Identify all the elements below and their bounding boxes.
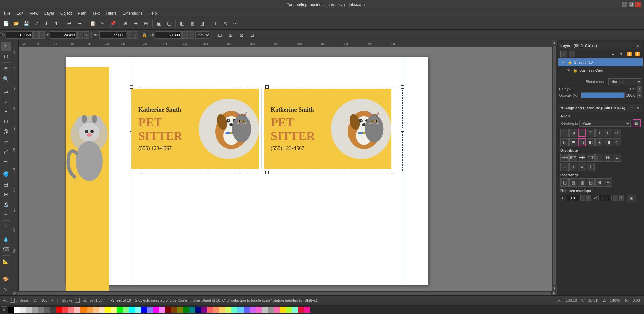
align-panel-controls[interactable]: □ ✕ [629,105,641,111]
scroll-thumb-h[interactable] [17,292,551,295]
w-dec[interactable]: − [127,31,132,39]
palette-color-11[interactable] [74,307,80,313]
y-input[interactable] [50,31,77,39]
palette-color-14[interactable] [93,307,99,313]
rearrange-6[interactable]: ⊟ [604,178,612,187]
export-button[interactable]: ⬆ [52,19,61,28]
menu-view[interactable]: View [27,10,41,16]
dist-bottom-edges[interactable]: ⊦⊦ [604,154,612,162]
scroll-left-button[interactable]: ◀ [12,291,17,296]
scroll-thumb-v[interactable] [553,46,556,285]
y-inc[interactable]: + [84,31,89,39]
w-input[interactable] [99,31,126,39]
import-button[interactable]: ⬇ [42,19,51,28]
fill-color-box[interactable]: ? [10,298,15,303]
align-center-v[interactable]: ⊥ [595,129,603,137]
palette-color-9[interactable] [62,307,68,313]
blur-inc-button[interactable]: + [637,86,642,92]
align-tr[interactable]: ◹ [578,138,586,146]
menu-path[interactable]: Path [75,10,89,16]
transform-btn4[interactable]: ⊟ [248,30,257,40]
copy-button[interactable]: 📋 [88,19,97,28]
palette-color-20[interactable] [129,307,135,313]
palette-color-10[interactable] [68,307,74,313]
align-right-tb[interactable]: ◨ [198,19,207,28]
new-button[interactable]: 📄 [1,19,11,28]
canvas-area[interactable]: -25 0 25 50 75 100 125 150 175 200 225 2… [12,40,552,291]
v-overlap-input[interactable] [598,195,612,201]
palette-color-32[interactable] [201,307,207,313]
pen-tool[interactable]: 🖊 [1,147,11,156]
palette-color-7[interactable] [50,307,56,313]
align-tl[interactable]: ◸ [560,138,569,146]
relative-to-select[interactable]: Page Selection First selected Last selec… [579,120,631,127]
zoom-fit-button[interactable]: ⊞ [141,19,151,28]
palette-color-22[interactable] [141,307,147,313]
select-tool[interactable]: ↖ [1,42,11,51]
palette-color-29[interactable] [183,307,189,313]
x-inc[interactable]: + [39,31,45,39]
calligraphy-tool[interactable]: ✒ [1,157,11,166]
cut-button[interactable]: ✂ [98,19,107,28]
mesh-tool[interactable]: ⊞ [1,190,11,199]
align-left-tb[interactable]: ◧ [177,19,187,28]
zoom-tool[interactable]: 🔍 [1,74,11,84]
connector-tool[interactable]: ↔ [1,210,11,219]
pencil-tool[interactable]: ✏ [1,137,11,146]
opacity-bar[interactable] [581,92,625,98]
palette-color-28[interactable] [177,307,183,313]
palette-color-45[interactable] [280,307,286,313]
palette-color-40[interactable] [250,307,256,313]
palette-color-2[interactable] [20,307,26,313]
handle-bm[interactable] [265,171,269,174]
handle-br[interactable] [401,171,404,174]
align-panel-close[interactable]: ✕ [635,105,641,111]
dist-left-edges[interactable]: ⊣⊣ [560,154,569,162]
palette-color-26[interactable] [165,307,171,313]
transform-btn3[interactable]: ⊠ [237,30,246,40]
group-button[interactable]: ▣ [154,19,164,28]
palette-color-27[interactable] [171,307,177,313]
redo-button[interactable]: ↪ [75,19,84,28]
w-inc[interactable]: + [133,31,138,39]
handle-tl[interactable] [130,85,133,89]
y-dec[interactable]: − [77,31,83,39]
print-button[interactable]: 🖨 [32,19,41,28]
palette-color-3[interactable] [26,307,32,313]
layer-eye-sheet[interactable]: 👁 [560,60,566,65]
lock-aspect-button[interactable]: 🔒 [140,30,149,40]
dist-centers-h[interactable]: ⊞⊞ [569,154,577,162]
business-card-2[interactable]: Katherine Smith PET SITTER (555) 123-456… [264,89,391,169]
undo-button[interactable]: ↩ [65,19,74,28]
rearrange-1[interactable]: ◫ [560,178,569,187]
ungroup-button[interactable]: ▢ [164,19,174,28]
palette-color-34[interactable] [213,307,219,313]
layer-indicator[interactable]: •Sheet of 10 [111,298,131,302]
dist-right-edges[interactable]: ⊢⊢ [578,154,586,162]
business-card-1[interactable]: Katherine Smith PET SITTER (555) 123-456… [131,89,259,169]
dist-centers-v[interactable]: ⊥⊥ [595,154,603,162]
opacity-dec-button[interactable]: − [637,93,642,98]
palette-color-31[interactable] [195,307,201,313]
spray-tool[interactable]: 💧 [1,234,11,244]
close-button[interactable]: ✕ [635,2,641,7]
transform-btn2[interactable]: ⊞ [226,30,235,40]
palette-color-16[interactable] [105,307,111,313]
maximize-button[interactable]: ❐ [629,2,634,7]
layer-up-button[interactable]: ▲ [610,51,616,57]
layers-panel-buttons[interactable]: □ ✕ [629,43,641,48]
palette-color-36[interactable] [225,307,231,313]
palette-color-33[interactable] [207,307,213,313]
align-tc[interactable]: ⬒ [569,138,577,146]
palette-color-44[interactable] [274,307,280,313]
palette-color-19[interactable] [123,307,129,313]
palette-color-37[interactable] [231,307,237,313]
h-overlap-dec[interactable]: − [580,195,585,201]
v-overlap-inc[interactable]: + [619,195,624,201]
circle-tool[interactable]: ○ [1,97,11,106]
rearrange-5[interactable]: ⊞ [595,178,603,187]
align-left-edges[interactable]: ⊣ [560,129,569,137]
palette-color-1[interactable] [14,307,20,313]
scroll-up-button[interactable]: ▲ [552,40,557,45]
unit-select[interactable]: mm px in cm [195,31,210,39]
